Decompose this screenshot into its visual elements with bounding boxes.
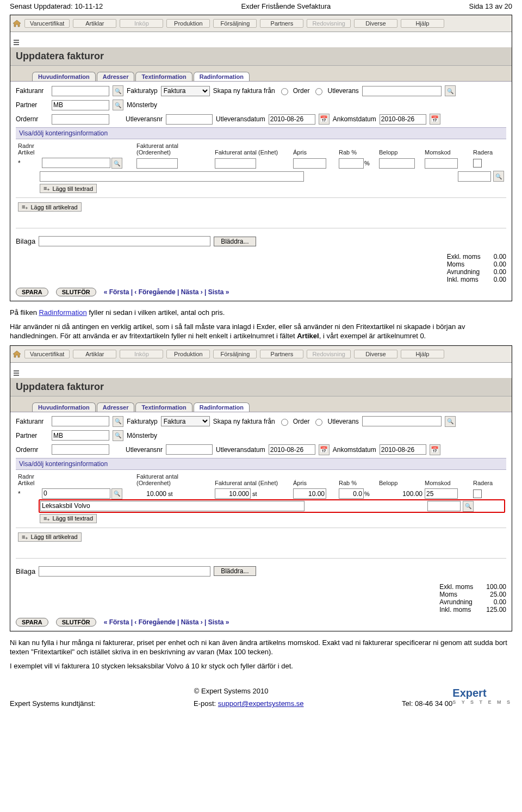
menu-redovisning[interactable]: Redovisning [307, 350, 351, 358]
apris-input[interactable] [293, 488, 326, 499]
tab-textinformation[interactable]: Textinformation [135, 402, 192, 412]
radera-checkbox[interactable] [473, 489, 482, 498]
skapa-utleverans-radio[interactable] [315, 419, 322, 426]
momskod2-input[interactable] [427, 501, 461, 511]
menu-hjalp[interactable]: Hjälp [401, 350, 444, 358]
add-textrad-button[interactable]: ≡₊ Lägg till textrad [40, 184, 97, 193]
apris-input[interactable] [293, 158, 326, 169]
menu-redovisning[interactable]: Redovisning [307, 19, 351, 28]
ankomstdatum-input[interactable] [380, 114, 426, 125]
tab-radinformation[interactable]: Radinformation [194, 402, 250, 412]
spara-button[interactable]: SPARA [16, 618, 48, 627]
skapa-source-input[interactable] [362, 416, 442, 426]
partner-input[interactable] [52, 100, 109, 110]
menu-diverse[interactable]: Diverse [354, 19, 397, 28]
skapa-order-radio[interactable] [281, 88, 288, 95]
fa-enhet-input[interactable] [215, 158, 256, 169]
fakturanr-input[interactable] [52, 86, 109, 96]
browse-button[interactable]: Bläddra... [214, 566, 256, 576]
menu-inkop[interactable]: Inköp [120, 350, 163, 358]
menu-partners[interactable]: Partners [260, 350, 303, 358]
fakturatyp-select[interactable]: Faktura [161, 86, 210, 96]
momskod-input[interactable] [425, 488, 458, 499]
bilaga-input[interactable] [39, 236, 210, 246]
fa-enhet-input[interactable] [215, 488, 251, 499]
pager[interactable]: « Första | ‹ Föregående | Nästa › | Sist… [104, 618, 229, 626]
partner-input[interactable] [52, 430, 109, 441]
spara-button[interactable]: SPARA [16, 288, 48, 296]
menu-forsaljning[interactable]: Försäljning [213, 350, 257, 358]
ankomstdatum-calendar-icon[interactable]: 📅 [430, 114, 440, 125]
ankomstdatum-calendar-icon[interactable]: 📅 [430, 444, 440, 455]
skapa-source-input[interactable] [362, 86, 442, 96]
partner-lookup-icon[interactable]: 🔍 [113, 100, 123, 110]
skapa-lookup-icon[interactable]: 🔍 [445, 416, 456, 427]
momskod-input[interactable] [425, 158, 458, 169]
momskod-lookup-icon[interactable]: 🔍 [463, 501, 474, 512]
tab-textinformation[interactable]: Textinformation [135, 72, 192, 81]
menu-inkop[interactable]: Inköp [120, 19, 163, 28]
utleveransdatum-input[interactable] [269, 444, 315, 455]
skapa-utleverans-radio[interactable] [315, 88, 322, 95]
artikel-input[interactable] [42, 488, 110, 499]
radera-checkbox[interactable] [473, 159, 482, 168]
add-artikelrad-button[interactable]: ≡₊ Lägg till artikelrad [18, 532, 82, 542]
momskod2-input[interactable] [458, 171, 491, 182]
menu-artiklar[interactable]: Artiklar [73, 350, 116, 358]
home-icon[interactable] [13, 350, 21, 358]
fakturatyp-select[interactable]: Faktura [161, 416, 210, 426]
skapa-order-radio[interactable] [281, 419, 288, 426]
artikel-input[interactable] [42, 158, 110, 168]
ankomstdatum-input[interactable] [380, 444, 426, 455]
utleveransnr-input[interactable] [166, 444, 213, 455]
momskod-lookup-icon[interactable]: 🔍 [493, 171, 504, 182]
pager[interactable]: « Första | ‹ Föregående | Nästa › | Sist… [104, 288, 229, 296]
support-email-link[interactable]: support@expertsystems.se [218, 699, 304, 708]
add-artikelrad-button[interactable]: ≡₊ Lägg till artikelrad [18, 202, 82, 212]
belopp-input[interactable] [379, 158, 415, 169]
tab-adresser[interactable]: Adresser [97, 402, 135, 412]
menu-hjalp[interactable]: Hjälp [401, 19, 444, 28]
browse-button[interactable]: Bläddra... [214, 237, 256, 246]
tab-huvudinformation[interactable]: Huvudinformation [32, 72, 96, 81]
menu-partners[interactable]: Partners [260, 19, 303, 28]
home-icon[interactable] [13, 20, 21, 27]
list-icon[interactable] [14, 370, 19, 376]
rab-input[interactable] [339, 488, 364, 499]
menu-produktion[interactable]: Produktion [166, 19, 210, 28]
rab-input[interactable] [339, 158, 364, 169]
menu-forsaljning[interactable]: Försäljning [213, 19, 257, 28]
ordernr-input[interactable] [52, 114, 109, 125]
menu-produktion[interactable]: Produktion [166, 350, 210, 358]
fakturanr-lookup-icon[interactable]: 🔍 [113, 416, 123, 427]
artikel-lookup-icon[interactable]: 🔍 [111, 488, 122, 499]
fakturanr-lookup-icon[interactable]: 🔍 [113, 85, 123, 96]
utleveransdatum-calendar-icon[interactable]: 📅 [319, 114, 330, 125]
menu-varucertifikat[interactable]: Varucertifikat [24, 350, 70, 358]
radinformation-link[interactable]: Radinformation [39, 308, 86, 317]
add-textrad-button[interactable]: ≡₊ Lägg till textrad [40, 514, 97, 523]
list-icon[interactable] [14, 40, 19, 45]
desc-input[interactable] [40, 171, 304, 182]
utleveransdatum-calendar-icon[interactable]: 📅 [319, 444, 330, 455]
partner-lookup-icon[interactable]: 🔍 [113, 430, 123, 441]
utleveransdatum-input[interactable] [269, 114, 315, 125]
tab-radinformation[interactable]: Radinformation [194, 72, 250, 81]
kontering-toggle[interactable]: Visa/dölj konteringsinformation [16, 127, 506, 139]
slutfor-button[interactable]: SLUTFÖR [56, 288, 96, 296]
menu-artiklar[interactable]: Artiklar [73, 19, 116, 28]
ordernr-input[interactable] [52, 444, 109, 455]
tab-adresser[interactable]: Adresser [97, 72, 135, 81]
slutfor-button[interactable]: SLUTFÖR [56, 618, 96, 627]
menu-diverse[interactable]: Diverse [354, 350, 397, 358]
fa-order-input[interactable] [136, 158, 178, 169]
desc-input[interactable] [40, 501, 304, 511]
utleveransnr-input[interactable] [166, 114, 213, 125]
artikel-lookup-icon[interactable]: 🔍 [111, 158, 122, 169]
tab-huvudinformation[interactable]: Huvudinformation [32, 402, 96, 412]
skapa-lookup-icon[interactable]: 🔍 [445, 85, 456, 96]
fakturanr-input[interactable] [52, 416, 109, 426]
kontering-toggle[interactable]: Visa/dölj konteringsinformation [16, 458, 506, 470]
menu-varucertifikat[interactable]: Varucertifikat [24, 19, 70, 28]
bilaga-input[interactable] [39, 566, 210, 577]
